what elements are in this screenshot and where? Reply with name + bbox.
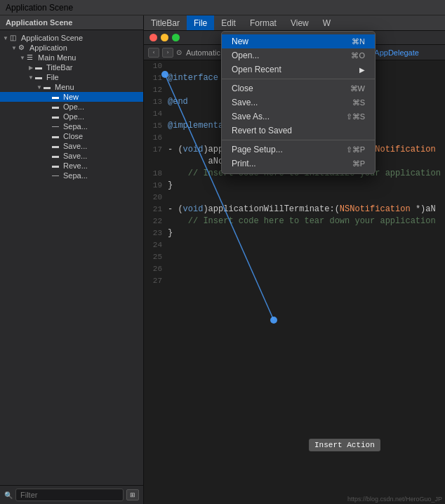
sep2-icon: — — [52, 171, 62, 180]
dropdown-save-label: Save... — [232, 98, 258, 107]
dropdown-page-setup-label: Page Setup... — [232, 145, 283, 154]
dropdown-new-shortcut: ⌘N — [352, 37, 365, 46]
tree-arrow-file: ▼ — [27, 74, 35, 81]
tree-label-save2: Save... — [63, 152, 87, 160]
dropdown-item-print[interactable]: Print... ⌘P — [222, 157, 375, 171]
dropdown-open-recent-arrow: ▶ — [359, 66, 365, 74]
file-icon: ▬ — [35, 73, 45, 81]
menu-view[interactable]: View — [284, 15, 316, 30]
app-icon: ⚙ — [18, 44, 28, 52]
dropdown-item-close[interactable]: Close ⌘W — [222, 81, 375, 95]
tree-arrow-scene: ▼ — [1, 35, 10, 41]
scene-icon: ◫ — [10, 34, 20, 42]
sep1-icon: — — [52, 122, 62, 131]
close-icon: ▬ — [52, 132, 62, 140]
code-line-21: 21 - (void)applicationWillTerminate:(NSN… — [144, 204, 445, 215]
new-icon: ▬ — [52, 93, 62, 101]
dropdown-print-shortcut: ⌘P — [352, 159, 365, 168]
tree-item-close[interactable]: ▬ Close — [0, 131, 143, 141]
dropdown-item-open[interactable]: Open... ⌘O — [222, 48, 375, 62]
dropdown-close-shortcut: ⌘W — [350, 84, 365, 93]
search-icon: 🔍 — [4, 491, 13, 499]
tree-item-file[interactable]: ▼ ▬ File — [0, 72, 143, 82]
app-title-text: Application Scene — [6, 3, 73, 13]
tree-arrow-app: ▼ — [10, 45, 18, 51]
menu-format[interactable]: Format — [243, 15, 284, 30]
menu-edit[interactable]: Edit — [214, 15, 243, 30]
dropdown-sep1 — [222, 79, 375, 79]
filter-input[interactable] — [15, 489, 124, 501]
revert-icon: ▬ — [52, 161, 62, 170]
tree-arrow-menu: ▼ — [35, 84, 44, 91]
breadcrumb-nav-prev[interactable]: ‹ — [148, 48, 159, 58]
dropdown-save-shortcut: ⌘S — [352, 98, 365, 107]
tree-label-titlebar: TitleBar — [46, 63, 73, 72]
dropdown-close-label: Close — [232, 84, 253, 93]
sidebar-title: Application Scene — [0, 15, 143, 30]
titlebar-icon: ▬ — [35, 63, 45, 72]
app-window: Application Scene Application Scene ▼ ◫ … — [0, 0, 445, 504]
dropdown-open-label: Open... — [232, 51, 259, 60]
mainmenu-icon: ☰ — [27, 53, 36, 62]
tree-item-sep2[interactable]: — Sepa... — [0, 171, 143, 180]
dropdown-item-page-setup[interactable]: Page Setup... ⇧⌘P — [222, 142, 375, 157]
tree-item-revert[interactable]: ▬ Reve... — [0, 161, 143, 171]
minimize-window-button[interactable] — [161, 34, 168, 41]
tree-item-open1[interactable]: ▬ Ope... — [0, 102, 143, 112]
dropdown-item-new[interactable]: New ⌘N — [222, 34, 375, 48]
code-line-19: 19 } — [144, 180, 445, 192]
breadcrumb-nav-next[interactable]: › — [162, 48, 173, 58]
tree-item-save1[interactable]: ▬ Save... — [0, 141, 143, 151]
dropdown-save-as-shortcut: ⇧⌘S — [346, 112, 365, 121]
code-line-22: 22 // Insert code here to tear down your… — [144, 215, 445, 227]
dropdown-item-revert[interactable]: Revert to Saved — [222, 124, 375, 138]
code-line-27: 27 — [144, 275, 445, 287]
open1-icon: ▬ — [52, 102, 62, 111]
maximize-window-button[interactable] — [172, 34, 180, 41]
code-line-23: 23 } — [144, 227, 445, 239]
code-line-26: 26 — [144, 263, 445, 275]
menu-file[interactable]: File — [187, 15, 214, 30]
dropdown-open-shortcut: ⌘O — [351, 51, 365, 60]
menu-titlebar[interactable]: TitleBar — [144, 15, 187, 30]
tree-item-sep1[interactable]: — Sepa... — [0, 121, 143, 131]
tree-item-application[interactable]: ▼ ⚙ Application — [0, 43, 143, 53]
tree-item-new[interactable]: ▬ New — [0, 92, 143, 102]
nav-next-button[interactable]: › — [162, 48, 173, 58]
tree-item-main-menu[interactable]: ▼ ☰ Main Menu — [0, 53, 143, 62]
tree-item-titlebar[interactable]: ▶ ▬ TitleBar — [0, 62, 143, 72]
svg-point-2 — [270, 317, 277, 324]
dropdown-item-open-recent[interactable]: Open Recent ▶ — [222, 62, 375, 77]
tree-arrow-titlebar: ▶ — [27, 65, 35, 71]
tree-label-open2: Ope... — [63, 112, 84, 121]
dropdown-new-label: New — [232, 37, 248, 46]
dropdown-page-setup-shortcut: ⇧⌘P — [346, 145, 365, 154]
menu-icon: ▬ — [44, 83, 53, 91]
save1-icon: ▬ — [52, 142, 62, 150]
tree-item-open2[interactable]: ▬ Ope... — [0, 112, 143, 121]
insert-action-label: Insert Action — [314, 441, 375, 449]
file-dropdown-menu[interactable]: New ⌘N Open... ⌘O Open Recent ▶ Close ⌘W… — [221, 31, 376, 174]
dropdown-open-recent-label: Open Recent — [232, 65, 281, 74]
tree-item-save2[interactable]: ▬ Save... — [0, 151, 143, 161]
tree-label-close: Close — [63, 132, 83, 140]
dropdown-item-save[interactable]: Save... ⌘S — [222, 95, 375, 110]
tree-label-revert: Reve... — [63, 161, 88, 170]
tree-container: ▼ ◫ Application Scene ▼ ⚙ Application ▼ … — [0, 30, 143, 485]
tree-label-sep2: Sepa... — [63, 171, 88, 180]
tree-label-app: Application — [29, 44, 67, 52]
tree-label-new: New — [63, 93, 79, 101]
dropdown-revert-label: Revert to Saved — [232, 126, 292, 135]
tree-item-application-scene[interactable]: ▼ ◫ Application Scene — [0, 33, 143, 43]
tree-label-scene: Application Scene — [21, 34, 83, 42]
nav-prev-button[interactable]: ‹ — [148, 48, 159, 58]
menu-w[interactable]: W — [316, 15, 338, 30]
code-line-24: 24 — [144, 239, 445, 251]
tree-label-menu: Menu — [55, 83, 74, 91]
code-line-20: 20 — [144, 192, 445, 204]
tree-item-menu[interactable]: ▼ ▬ Menu — [0, 82, 143, 92]
close-window-button[interactable] — [150, 34, 157, 41]
grid-view-button[interactable]: ⊞ — [126, 489, 139, 500]
save2-icon: ▬ — [52, 152, 62, 160]
dropdown-item-save-as[interactable]: Save As... ⇧⌘S — [222, 110, 375, 124]
